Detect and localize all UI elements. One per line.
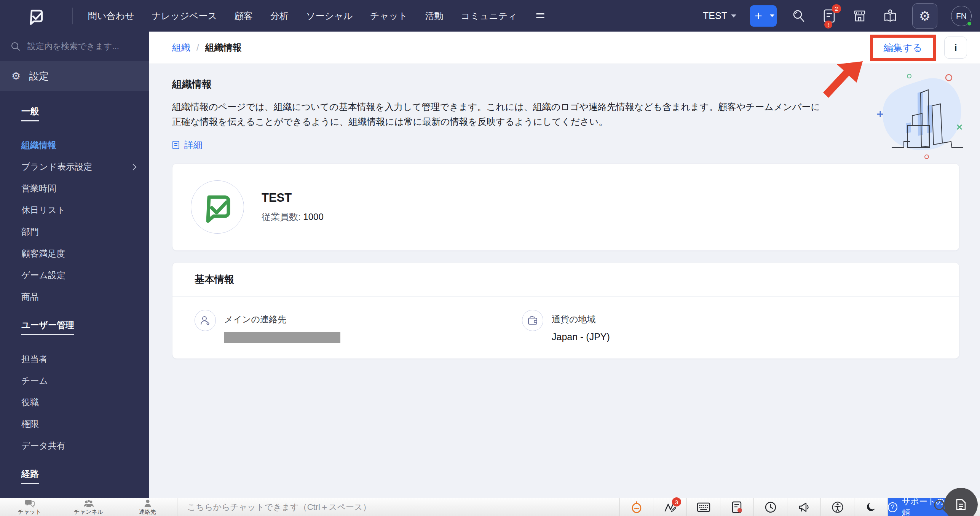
- settings-search-input[interactable]: 設定内を検索できます...: [0, 32, 149, 61]
- sidebar-item-permissions[interactable]: 権限: [21, 413, 138, 435]
- notifications-icon[interactable]: 2 !: [821, 8, 838, 24]
- notification-alert-badge: !: [824, 21, 832, 29]
- nav-item-chat[interactable]: チャット: [370, 10, 407, 22]
- desk-logo-icon: [26, 6, 46, 26]
- nav-item-knowledge-base[interactable]: ナレッジベース: [152, 10, 217, 22]
- edit-button[interactable]: 編集する: [884, 42, 922, 53]
- chat-message-input[interactable]: こちらからチャットできます（Ctrl＋スペース）: [177, 498, 620, 516]
- footer-tab-label: チャンネル: [74, 508, 103, 516]
- marketplace-icon[interactable]: [851, 8, 868, 24]
- footer-tab-chat[interactable]: チャット: [0, 498, 59, 516]
- chat-bubbles-icon: [25, 499, 35, 508]
- field-currency-locale: 通貨の地域 Japan - (JPY): [522, 310, 849, 343]
- org-logo: [191, 180, 244, 234]
- nav-overflow-icon[interactable]: [536, 13, 544, 18]
- footer-tab-channels[interactable]: チャンネル: [59, 498, 118, 516]
- gear-icon: ⚙: [919, 8, 931, 24]
- footer-tab-label: チャット: [18, 508, 41, 516]
- sidebar-item-holiday-list[interactable]: 休日リスト: [21, 199, 138, 221]
- org-summary-card: TEST 従業員数: 1000: [172, 163, 959, 251]
- intro-section: 組織情報 組織情報のページでは、組織についての基本情報を入力して管理できます。こ…: [149, 64, 980, 151]
- user-avatar[interactable]: FN: [951, 6, 972, 26]
- search-icon[interactable]: [790, 8, 807, 24]
- dark-mode-moon-icon[interactable]: [854, 498, 888, 516]
- sidebar-item-csat[interactable]: 顧客満足度: [21, 243, 138, 264]
- gear-icon: ⚙: [11, 70, 21, 82]
- add-dropdown-caret[interactable]: [767, 5, 777, 27]
- feedback-doc-icon[interactable]: [720, 498, 754, 516]
- desk-logo[interactable]: [0, 0, 72, 32]
- breadcrumb-current: 組織情報: [205, 41, 242, 54]
- history-clock-icon[interactable]: [754, 498, 787, 516]
- annotation-box: 編集する: [870, 35, 936, 61]
- footer-tab-contacts[interactable]: 連絡先: [118, 498, 177, 516]
- info-button[interactable]: i: [944, 37, 967, 59]
- sidebar-item-products[interactable]: 商品: [21, 286, 138, 308]
- footer-tabs: チャット チャンネル 連絡先: [0, 498, 177, 516]
- group-header-user-management: ユーザー管理: [21, 319, 138, 335]
- person-icon: [144, 499, 152, 508]
- breadcrumb-parent-link[interactable]: 組織: [172, 41, 190, 54]
- nav-item-customers[interactable]: 顧客: [235, 10, 253, 22]
- main-content: 組織 / 組織情報 編集する i 組織情報 組織情報のページでは、組織についての…: [149, 32, 980, 498]
- group-header-channels: 経路: [21, 468, 138, 484]
- capture-doc-icon: [953, 497, 969, 513]
- accessibility-icon[interactable]: [821, 498, 854, 516]
- org-employee-count: 従業員数: 1000: [262, 211, 324, 223]
- page-title: 組織情報: [172, 78, 957, 91]
- notification-count-badge: 2: [832, 4, 841, 13]
- breadcrumb: 組織 / 組織情報: [172, 41, 242, 54]
- settings-title: 設定: [29, 70, 49, 83]
- nav-item-community[interactable]: コミュニティ: [461, 10, 517, 22]
- field-content: メインの連絡先: [224, 310, 340, 343]
- field-content: 通貨の地域 Japan - (JPY): [552, 310, 610, 343]
- settings-search-placeholder: 設定内を検索できます...: [27, 41, 119, 52]
- nav-divider: [72, 8, 73, 24]
- nav-item-activities[interactable]: 活動: [425, 10, 444, 22]
- chat-input-placeholder: こちらからチャットできます（Ctrl＋スペース）: [187, 502, 371, 513]
- add-icon[interactable]: +: [750, 5, 767, 27]
- basic-info-card: 基本情報 メインの連絡先 通貨の地域: [172, 262, 959, 359]
- field-label: 通貨の地域: [552, 310, 610, 325]
- settings-sidebar: 設定内を検索できます... ⚙ 設定 一般 組織情報 ブランド表示設定 営業時間…: [0, 32, 149, 498]
- keyboard-icon[interactable]: [687, 498, 720, 516]
- sidebar-item-roles[interactable]: 役職: [21, 392, 138, 413]
- knowledge-book-icon[interactable]: [882, 8, 899, 24]
- sidebar-item-teams[interactable]: チーム: [21, 370, 138, 392]
- avatar-initials: FN: [956, 11, 967, 21]
- presence-dot: [966, 21, 972, 27]
- contact-person-icon: [195, 310, 216, 331]
- footer-tab-label: 連絡先: [139, 508, 156, 516]
- org-selector-dropdown[interactable]: TEST: [703, 10, 736, 21]
- page-description: 組織情報のページでは、組織についての基本情報を入力して管理できます。これには、組…: [172, 99, 827, 129]
- sidebar-item-agents[interactable]: 担当者: [21, 348, 138, 370]
- settings-title-row: ⚙ 設定: [0, 61, 149, 91]
- sidebar-item-org-info[interactable]: 組織情報: [21, 134, 138, 156]
- chevron-down-icon: [731, 14, 736, 18]
- zia-count-badge: 3: [672, 497, 681, 506]
- org-selector-label: TEST: [703, 10, 727, 21]
- nav-item-social[interactable]: ソーシャル: [306, 10, 353, 22]
- settings-gear-button[interactable]: ⚙: [912, 3, 937, 29]
- nav-menu: 問い合わせ ナレッジベース 顧客 分析 ソーシャル チャット 活動 コミュニティ: [88, 10, 517, 22]
- sidebar-item-branding[interactable]: ブランド表示設定: [21, 156, 138, 178]
- sidebar-item-business-hours[interactable]: 営業時間: [21, 178, 138, 199]
- nav-item-analytics[interactable]: 分析: [270, 10, 289, 22]
- zia-icon[interactable]: 3: [653, 498, 687, 516]
- header-actions: 編集する i: [870, 35, 967, 61]
- org-logo-icon: [199, 189, 236, 225]
- sidebar-item-gamescope[interactable]: ゲーム設定: [21, 264, 138, 286]
- sidebar-item-data-sharing[interactable]: データ共有: [21, 435, 138, 457]
- details-link[interactable]: 詳細: [172, 139, 203, 151]
- sidebar-item-departments[interactable]: 部門: [21, 221, 138, 243]
- buildings-illustration: [873, 69, 973, 162]
- document-icon: [172, 140, 180, 150]
- quick-add-split-button[interactable]: +: [750, 5, 777, 27]
- redacted-value: [224, 332, 340, 343]
- footer-bar: チャット チャンネル 連絡先 こちらからチャットできます（Ctrl＋スペース） …: [0, 498, 980, 516]
- nav-right-cluster: TEST + 2 ! ⚙: [703, 3, 972, 29]
- nav-item-tickets[interactable]: 問い合わせ: [88, 10, 134, 22]
- assistant-bot-icon[interactable]: [620, 498, 653, 516]
- basic-info-fields: メインの連絡先 通貨の地域 Japan - (JPY): [172, 297, 959, 343]
- announcements-megaphone-icon[interactable]: [787, 498, 821, 516]
